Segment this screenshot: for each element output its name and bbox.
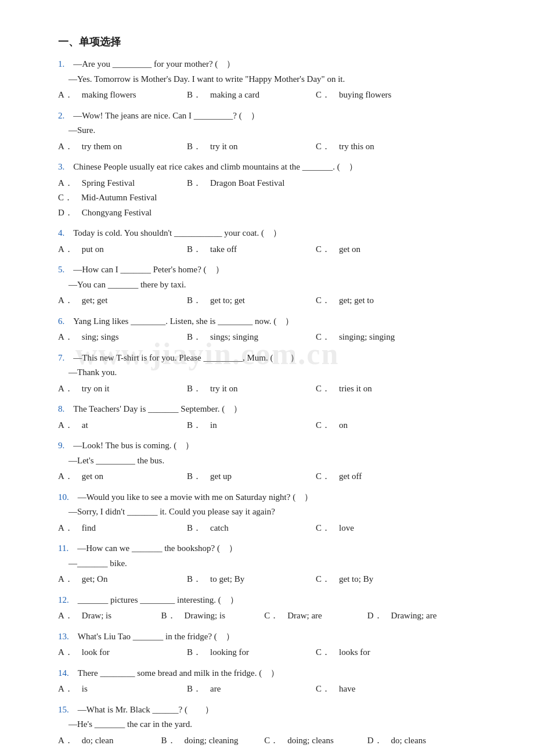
question-text: 15. —What is Mr. Black ______? ( ） xyxy=(58,703,488,718)
question-number: 8. xyxy=(58,404,64,413)
question-number: 4. xyxy=(58,228,64,237)
option: B． are xyxy=(187,682,316,697)
option: A． Draw; is xyxy=(58,609,161,624)
option: A． get; On xyxy=(58,572,187,587)
option: C． buying flowers xyxy=(316,88,445,103)
options-row: A． making flowersB． making a cardC． buyi… xyxy=(58,88,488,103)
option: A． sing; sings xyxy=(58,330,187,345)
option: D． Drawing; are xyxy=(367,609,471,624)
options-row: A． get; getB． get to; getC． get; get to xyxy=(58,293,488,308)
question-block: 4. Today is cold. You shouldn't ________… xyxy=(58,226,488,257)
option: A． try on it xyxy=(58,381,187,397)
option: C． tries it on xyxy=(316,381,445,397)
option: C． have xyxy=(316,682,445,697)
options-row: A． try on itB． try it onC． tries it on xyxy=(58,381,488,397)
options-row: A． get onB． get upC． get off xyxy=(58,469,488,484)
option: C． get off xyxy=(316,469,445,484)
question-block: 5. —How can I _______ Peter's home? ( ）—… xyxy=(58,262,488,308)
option: C． singing; singing xyxy=(316,330,445,345)
option: B． catch xyxy=(187,521,316,536)
question-text: 5. —How can I _______ Peter's home? ( ） xyxy=(58,262,488,278)
options-row: A． get; OnB． to get; ByC． get to; By xyxy=(58,572,488,587)
question-block: 11. —How can we _______ the bookshop? ( … xyxy=(58,541,488,587)
question-text: 10. —Would you like to see a movie with … xyxy=(58,490,488,505)
question-subline: —Sorry, I didn't _______ it. Could you p… xyxy=(68,505,488,520)
question-block: 10. —Would you like to see a movie with … xyxy=(58,490,488,536)
option: D． Chongyang Festival xyxy=(58,206,187,221)
question-text: 3. Chinese People usually eat rice cakes… xyxy=(58,160,488,175)
option: A． put on xyxy=(58,242,187,257)
option: A． get on xyxy=(58,469,187,484)
section-title: 一、单项选择 xyxy=(58,35,488,49)
question-text: 12. _______ pictures ________ interestin… xyxy=(58,593,488,608)
option: B． Dragon Boat Festival xyxy=(187,176,380,191)
question-number: 3. xyxy=(58,162,64,171)
options-row: A． Spring FestivalB． Dragon Boat Festiva… xyxy=(58,176,488,221)
question-text: 11. —How can we _______ the bookshop? ( … xyxy=(58,541,488,556)
option: C． love xyxy=(316,521,445,536)
question-number: 9. xyxy=(58,441,64,450)
question-subline: —You can _______ there by taxi. xyxy=(68,278,488,293)
option: B． doing; cleaning xyxy=(161,733,265,748)
question-text: 14. There ________ some bread and milk i… xyxy=(58,666,488,681)
option: B． to get; By xyxy=(187,572,316,587)
question-number: 6. xyxy=(58,316,64,326)
option: B． looking for xyxy=(187,645,316,660)
option: A． try them on xyxy=(58,139,187,154)
option: C． get; get to xyxy=(316,293,445,308)
question-text: 9. —Look! The bus is coming. ( ） xyxy=(58,438,488,453)
question-block: 15. —What is Mr. Black ______? ( ）—He's … xyxy=(58,703,488,748)
options-row: A． look forB． looking forC． looks for xyxy=(58,645,488,660)
option: B． try it on xyxy=(187,139,316,154)
question-text: 13. What's Liu Tao _______ in the fridge… xyxy=(58,629,488,645)
options-row: A． put onB． take offC． get on xyxy=(58,242,488,257)
question-text: 2. —Wow! The jeans are nice. Can I _____… xyxy=(58,109,488,124)
option: C． on xyxy=(316,418,445,433)
options-row: A． isB． areC． have xyxy=(58,682,488,697)
question-number: 5. xyxy=(58,265,64,274)
question-block: 2. —Wow! The jeans are nice. Can I _____… xyxy=(58,109,488,154)
options-row: A． sing; singsB． sings; singingC． singin… xyxy=(58,330,488,345)
question-subline: —Yes. Tomorrow is Mother's Day. I want t… xyxy=(68,72,488,87)
option: C． looks for xyxy=(316,645,445,660)
question-subline: —Sure. xyxy=(68,123,488,138)
option: A． at xyxy=(58,418,187,433)
question-number: 7. xyxy=(58,353,64,362)
question-block: 3. Chinese People usually eat rice cakes… xyxy=(58,160,488,220)
question-text: 8. The Teachers' Day is _______ Septembe… xyxy=(58,402,488,417)
question-subline: —Let's _________ the bus. xyxy=(68,453,488,469)
question-text: 4. Today is cold. You shouldn't ________… xyxy=(58,226,488,241)
option: A． look for xyxy=(58,645,187,660)
options-row: A． do; cleanB． doing; cleaningC． doing; … xyxy=(58,733,488,748)
option: B． sings; singing xyxy=(187,330,316,345)
question-subline: —Thank you. xyxy=(68,365,488,380)
question-number: 14. xyxy=(58,668,69,678)
option: B． Drawing; is xyxy=(161,609,265,624)
question-block: 6. Yang Ling likes ________. Listen, she… xyxy=(58,314,488,345)
option: A． is xyxy=(58,682,187,697)
options-row: A． Draw; isB． Drawing; isC． Draw; areD． … xyxy=(58,609,488,624)
option: C． Draw; are xyxy=(264,609,367,624)
question-number: 2. xyxy=(58,111,64,120)
question-number: 12. xyxy=(58,595,69,604)
option: B． in xyxy=(187,418,316,433)
question-block: 13. What's Liu Tao _______ in the fridge… xyxy=(58,629,488,660)
options-row: A． try them onB． try it onC． try this on xyxy=(58,139,488,154)
option: B． take off xyxy=(187,242,316,257)
question-text: 1. —Are you _________ for your mother? (… xyxy=(58,57,488,72)
question-block: 1. —Are you _________ for your mother? (… xyxy=(58,57,488,103)
option: C． doing; cleans xyxy=(264,733,367,748)
question-number: 1. xyxy=(58,59,64,69)
option: C． try this on xyxy=(316,139,445,154)
option: A． get; get xyxy=(58,293,187,308)
option: A． Spring Festival xyxy=(58,176,187,191)
option: A． do; clean xyxy=(58,733,161,748)
option: B． get up xyxy=(187,469,316,484)
question-number: 11. xyxy=(58,543,68,553)
question-text: 7. —This new T-shirt is for you. Please … xyxy=(58,351,488,366)
question-text: 6. Yang Ling likes ________. Listen, she… xyxy=(58,314,488,329)
option: A． making flowers xyxy=(58,88,187,103)
question-block: 9. —Look! The bus is coming. ( ）—Let's _… xyxy=(58,438,488,484)
question-subline: —_______ bike. xyxy=(68,556,488,571)
question-block: 7. —This new T-shirt is for you. Please … xyxy=(58,351,488,397)
